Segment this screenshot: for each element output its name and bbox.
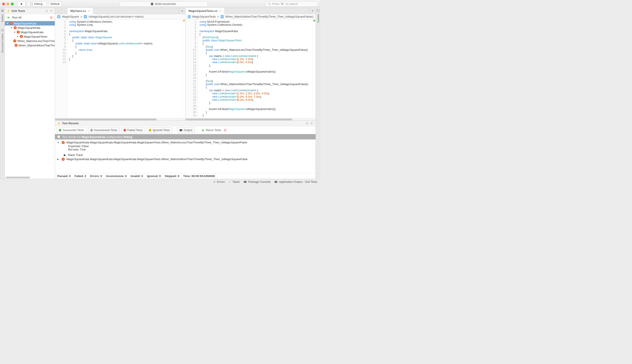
svg-rect-1 — [47, 3, 49, 5]
status-app-output[interactable]: Application Output - Unit Tests — [274, 180, 317, 184]
tab-tests[interactable]: MagicSquareTests.cs ✕ — [186, 8, 225, 14]
filter-label: Output — [184, 128, 192, 132]
terminal-icon — [274, 180, 278, 184]
summary-failed: Failed: 2 — [75, 174, 86, 178]
expand-icon[interactable]: ▼ — [6, 22, 9, 25]
window-controls — [2, 3, 14, 5]
code-area-right[interactable]: 1234567891011121314151617181920212223242… — [186, 19, 316, 118]
collapse-icon[interactable]: ▼ — [57, 141, 60, 144]
expand-icon[interactable]: ▼ — [10, 26, 13, 29]
configuration-selector[interactable]: Debug › Default — [27, 1, 62, 6]
result-row-2[interactable]: ▶ ⚡ MagicSquareKata.MagicSquareKata.Magi… — [55, 157, 316, 161]
expand-icon[interactable]: ▼ — [13, 31, 16, 34]
zoom-window-icon[interactable] — [11, 3, 14, 5]
close-window-icon[interactable] — [2, 3, 5, 5]
code-area-left[interactable]: 1234567891011121314 using System.Collect… — [55, 19, 185, 118]
summary-skipped: Skipped: 0 — [165, 174, 179, 178]
ide-window: Debug › Default Build successful. Press … — [0, 0, 320, 184]
toolbox-label[interactable]: Toolbox — [1, 14, 4, 22]
bc-class: MagicSquare — [62, 15, 79, 18]
tree-root[interactable]: ▼ ⚡ MagicSquareKata — [5, 21, 55, 26]
ok-marker-icon — [313, 20, 315, 22]
fail-badge-icon: ⚡ — [14, 26, 17, 29]
summary-invalid: Invalid: 0 — [131, 174, 143, 178]
breadcrumb-left[interactable]: C MagicSquare ▸ M IsMagicSquare(List<Lis… — [55, 14, 185, 19]
marker-strip-right — [312, 19, 316, 118]
summary-passed: Passed: 0 — [57, 174, 71, 178]
tab-close-icon[interactable]: ✕ — [88, 10, 90, 12]
status-errors[interactable]: ⊘Errors — [213, 180, 225, 184]
status-package-console[interactable]: Package Console — [244, 180, 270, 184]
filter-failed-button[interactable]: Failed Tests — [121, 127, 145, 133]
code-left[interactable]: using System.Collections.Generic;using S… — [68, 19, 182, 118]
tab-myclass[interactable]: MyClass.cs ✕ — [67, 8, 93, 14]
expand-icon[interactable]: ▶ — [64, 153, 66, 156]
rerun-tests-button[interactable]: Rerun Tests — [199, 127, 229, 133]
result-row-1[interactable]: ▼ ⚡ MagicSquareKata.MagicSquareKata.Magi… — [55, 140, 316, 144]
results-body[interactable]: ▼ ⚡ MagicSquareKata.MagicSquareKata.Magi… — [55, 140, 316, 173]
tree-test-1[interactable]: ⚡ When_MatrixIsLessThanThre — [5, 39, 55, 43]
build-status-text: Build successful. — [155, 2, 177, 6]
filter-successful-button[interactable]: Successful Tests — [56, 127, 87, 133]
nav-back-button[interactable]: ‹ — [55, 8, 61, 14]
solution-icon[interactable] — [317, 9, 320, 12]
panel-hscroll-thumb[interactable] — [6, 176, 30, 178]
results-header: ⚡ Test Results ◻ ✕ — [55, 120, 316, 126]
status-tasks[interactable]: ✓Tasks — [229, 180, 240, 184]
hscrollbar-right[interactable] — [186, 118, 316, 120]
tree-test-2[interactable]: ⚡ When_MatrixIsMoreThanThr — [5, 43, 55, 48]
filter-label: Successful Tests — [63, 128, 84, 132]
build-status[interactable]: Build successful. — [120, 1, 208, 6]
run-button[interactable] — [18, 1, 26, 6]
left-tool-strip: Toolbox Document Outline — [0, 8, 5, 179]
filter-inconclusive-button[interactable]: Inconclusive Tests — [88, 127, 120, 133]
chevron-right-icon: ▸ — [218, 15, 219, 18]
warning-marker-icon — [183, 20, 185, 22]
document-outline-label[interactable]: Document Outline — [1, 34, 4, 53]
toolbox-icon[interactable] — [1, 9, 4, 12]
detail-line: Expected: False — [68, 144, 316, 148]
fail-badge-icon: ⚡ — [10, 22, 13, 25]
tab-close-icon[interactable]: ✕ — [219, 10, 221, 12]
panel-close-icon[interactable]: ✕ — [50, 10, 53, 12]
titlebar: Debug › Default Build successful. Press … — [0, 0, 320, 8]
chevron-right-icon: ▸ — [81, 15, 82, 18]
test-tree[interactable]: ▼ ⚡ MagicSquareKata ▼ ⚡ MagicSquareKata … — [5, 21, 55, 179]
nav-forward-button[interactable]: › — [61, 8, 67, 14]
document-outline-icon[interactable] — [1, 28, 4, 32]
output-button[interactable]: Output — [177, 127, 195, 133]
expand-icon[interactable]: ▶ — [57, 158, 60, 160]
tree-node-l2[interactable]: ▼ ⚡ MagicSquareKata — [5, 30, 55, 34]
stack-trace-row[interactable]: ▶ Stack Trace — [55, 153, 316, 157]
tab-overflow-button[interactable]: ▾ — [179, 8, 185, 14]
minimize-window-icon[interactable] — [7, 3, 9, 5]
global-search[interactable]: Press '⌘.' to search — [265, 1, 318, 6]
breadcrumb-right[interactable]: C MagicSquareTests ▸ M When_MatrixIsMore… — [186, 14, 316, 19]
tree-node-l1[interactable]: ▼ ⚡ MagicSquareKata — [5, 26, 55, 30]
result-name: MagicSquareKata.MagicSquareKata.MagicSqu… — [67, 158, 248, 161]
bc-class: MagicSquareTests — [192, 15, 216, 18]
filter-ignored-button[interactable]: Ignored Tests — [146, 127, 172, 133]
lightning-icon: ⚡ — [7, 9, 10, 12]
expand-icon[interactable]: ▼ — [16, 36, 19, 38]
filter-label: Rerun Tests — [206, 128, 221, 132]
tree-node-l3[interactable]: ▼ ⚡ MagicSquareTests — [5, 34, 55, 39]
run-all-row[interactable]: Run All — [5, 14, 55, 21]
panel-dock-icon[interactable]: ◻ — [305, 122, 309, 125]
unit-tests-panel: ⚡ Unit Tests ◻ ✕ Run All ▼ ⚡ MagicSquare… — [5, 8, 55, 179]
code-right[interactable]: using NUnit.Framework;using System.Colle… — [198, 19, 313, 118]
tab-overflow-button[interactable]: ▾ — [309, 8, 316, 14]
solution-label[interactable]: Solution — [317, 14, 320, 23]
class-icon: C — [188, 15, 191, 18]
fail-badge-icon: ⚡ — [62, 141, 65, 144]
sb-label: Tasks — [232, 180, 240, 184]
filter-label: Failed Tests — [127, 128, 143, 132]
tab-label: MyClass.cs — [71, 9, 86, 12]
check-icon — [151, 3, 153, 5]
hscrollbar-left[interactable] — [55, 118, 185, 120]
tree-label: MagicSquareKata — [21, 30, 43, 34]
panel-dock-icon[interactable]: ◻ — [45, 10, 49, 12]
summary-ignored: Ignored: 0 — [147, 174, 161, 178]
panel-close-icon[interactable]: ✕ — [310, 122, 313, 125]
test-results-panel: ⚡ Test Results ◻ ✕ Successful Tests Inco… — [55, 120, 316, 179]
